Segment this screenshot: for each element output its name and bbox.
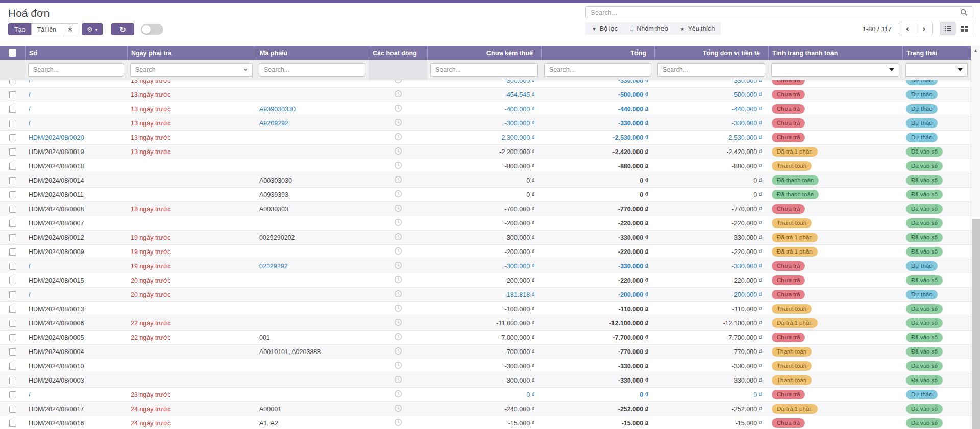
activity-clock-icon[interactable] xyxy=(394,361,402,371)
row-checkbox[interactable] xyxy=(9,120,16,127)
list-view-button[interactable] xyxy=(940,22,956,35)
table-row[interactable]: HDM/2024/08/0011 A0939393 0 ₫ 0 ₫ 0 ₫ Đã… xyxy=(0,188,971,202)
pager-next-button[interactable]: › xyxy=(916,22,932,35)
invoice-number[interactable]: / xyxy=(29,263,30,270)
column-header-number[interactable]: Số xyxy=(25,46,127,60)
column-header-activities[interactable]: Các hoạt động xyxy=(369,46,427,60)
row-checkbox[interactable] xyxy=(9,406,16,413)
create-button[interactable]: Tạo xyxy=(8,23,32,35)
table-row[interactable]: HDM/2024/08/0013 -100.000 ₫ -110.000 ₫ -… xyxy=(0,302,971,316)
row-checkbox[interactable] xyxy=(9,291,16,298)
activity-clock-icon[interactable] xyxy=(394,90,402,99)
activity-clock-icon[interactable] xyxy=(394,318,402,328)
activity-clock-icon[interactable] xyxy=(394,418,402,428)
table-row[interactable]: HDM/2024/08/0005 22 ngày trước 001 -7.00… xyxy=(0,331,971,345)
row-checkbox[interactable] xyxy=(9,220,16,227)
invoice-number[interactable]: HDM/2024/08/0014 xyxy=(29,177,84,184)
scrollbar-thumb[interactable] xyxy=(972,219,980,429)
activity-clock-icon[interactable] xyxy=(394,104,402,114)
row-checkbox[interactable] xyxy=(9,191,16,198)
table-row[interactable]: HDM/2024/08/0006 22 ngày trước -11.000.0… xyxy=(0,316,971,331)
invoice-number[interactable]: / xyxy=(29,391,30,398)
invoice-number[interactable]: HDM/2024/08/0011 xyxy=(29,191,83,198)
upload-button[interactable]: Tải lên xyxy=(31,23,63,35)
row-checkbox[interactable] xyxy=(9,363,16,370)
filters-button[interactable]: ▼ Bộ lọc xyxy=(592,25,618,32)
column-header-untaxed[interactable]: Chưa kèm thuế xyxy=(427,46,541,60)
row-checkbox[interactable] xyxy=(9,80,16,84)
row-checkbox[interactable] xyxy=(9,106,16,113)
invoice-number[interactable]: / xyxy=(29,291,30,298)
toggle-switch[interactable] xyxy=(141,24,163,35)
select-all-checkbox[interactable] xyxy=(9,49,16,57)
row-checkbox[interactable] xyxy=(9,91,16,98)
row-checkbox[interactable] xyxy=(9,234,16,241)
row-checkbox[interactable] xyxy=(9,134,16,141)
untaxed-filter-input[interactable] xyxy=(430,63,538,77)
row-checkbox[interactable] xyxy=(9,420,16,427)
activity-clock-icon[interactable] xyxy=(394,347,402,357)
table-row[interactable]: / 13 ngày trước A9209292 -300.000 ₫ -330… xyxy=(0,116,971,131)
column-header-state[interactable]: Trạng thái xyxy=(902,46,971,60)
favorites-button[interactable]: ★ Yêu thích xyxy=(680,25,715,32)
table-row[interactable]: HDM/2024/08/0018 -800.000 ₫ -880.000 ₫ -… xyxy=(0,159,971,173)
activity-clock-icon[interactable] xyxy=(394,404,402,414)
table-row[interactable]: HDM/2024/08/0010 -300.000 ₫ -330.000 ₫ -… xyxy=(0,359,971,373)
invoice-number[interactable]: / xyxy=(29,91,30,98)
row-checkbox[interactable] xyxy=(9,177,16,184)
kanban-view-button[interactable] xyxy=(956,22,972,35)
activity-clock-icon[interactable] xyxy=(394,190,402,199)
row-checkbox[interactable] xyxy=(9,377,16,384)
invoice-number[interactable]: HDM/2024/08/0010 xyxy=(29,363,84,370)
invoice-number[interactable]: HDM/2024/08/0013 xyxy=(29,306,84,313)
activity-clock-icon[interactable] xyxy=(394,275,402,285)
invoice-number[interactable]: HDM/2024/08/0004 xyxy=(29,348,84,356)
table-row[interactable]: HDM/2024/08/0004 A0010101, A0203883 -700… xyxy=(0,345,971,359)
activity-clock-icon[interactable] xyxy=(394,375,402,385)
date-filter-caret-icon[interactable] xyxy=(243,69,248,71)
invoice-number[interactable]: HDM/2024/08/0009 xyxy=(29,248,84,256)
activity-clock-icon[interactable] xyxy=(394,333,402,342)
row-checkbox[interactable] xyxy=(9,334,16,341)
activity-clock-icon[interactable] xyxy=(394,390,402,399)
invoice-number[interactable]: HDM/2024/08/0006 xyxy=(29,320,84,327)
table-row[interactable]: / 19 ngày trước 02029292 -300.000 ₫ -330… xyxy=(0,259,971,273)
activity-clock-icon[interactable] xyxy=(394,304,402,314)
invoice-number[interactable]: HDM/2024/08/0005 xyxy=(29,334,84,341)
table-row[interactable]: / 13 ngày trước -454.545 ₫ -500.000 ₫ -5… xyxy=(0,88,971,102)
table-row[interactable]: HDM/2024/08/0016 24 ngày trước A1, A2 -1… xyxy=(0,416,971,429)
row-checkbox[interactable] xyxy=(9,391,16,398)
invoice-number[interactable]: HDM/2024/08/0020 xyxy=(29,134,84,141)
row-checkbox[interactable] xyxy=(9,163,16,170)
due-date-filter-input[interactable] xyxy=(130,63,253,77)
column-header-due-date[interactable]: Ngày phải trả xyxy=(127,46,256,60)
invoice-number[interactable]: HDM/2024/08/0012 xyxy=(29,234,84,241)
invoice-number[interactable]: HDM/2024/08/0018 xyxy=(29,163,84,170)
table-row[interactable]: / 13 ngày trước -300.000 ₫ -330.000 ₫ -3… xyxy=(0,80,971,88)
activity-clock-icon[interactable] xyxy=(394,233,402,242)
row-checkbox[interactable] xyxy=(9,306,16,313)
invoice-number[interactable]: / xyxy=(29,106,30,113)
invoice-number[interactable]: HDM/2024/08/0019 xyxy=(29,148,84,156)
row-checkbox[interactable] xyxy=(9,248,16,256)
activity-clock-icon[interactable] xyxy=(394,118,402,128)
group-by-button[interactable]: ≡ Nhóm theo xyxy=(630,25,668,33)
pager-previous-button[interactable]: ‹ xyxy=(899,22,916,35)
table-row[interactable]: HDM/2024/08/0020 13 ngày trước -2.300.00… xyxy=(0,131,971,145)
invoice-number[interactable]: HDM/2024/08/0008 xyxy=(29,206,84,213)
payment-status-filter-select[interactable] xyxy=(771,63,899,77)
activity-clock-icon[interactable] xyxy=(394,261,402,271)
column-header-total-currency[interactable]: Tổng đơn vị tiền tệ xyxy=(654,46,768,60)
table-row[interactable]: / 13 ngày trước A939030330 -400.000 ₫ -4… xyxy=(0,102,971,116)
column-header-receipt-code[interactable]: Mã phiếu xyxy=(256,46,369,60)
settings-dropdown-button[interactable]: ⚙ ▾ xyxy=(82,23,103,35)
table-row[interactable]: HDM/2024/08/0017 24 ngày trước A00001 -2… xyxy=(0,402,971,416)
activity-clock-icon[interactable] xyxy=(394,80,402,85)
table-row[interactable]: / 20 ngày trước -181.818 ₫ -200.000 ₫ -2… xyxy=(0,288,971,302)
invoice-number[interactable]: HDM/2024/08/0003 xyxy=(29,377,84,384)
activity-clock-icon[interactable] xyxy=(394,133,402,142)
total-currency-filter-input[interactable] xyxy=(657,63,765,77)
column-header-total[interactable]: Tổng xyxy=(541,46,654,60)
invoice-number[interactable]: HDM/2024/08/0017 xyxy=(29,406,84,413)
invoice-number[interactable]: HDM/2024/08/0016 xyxy=(29,420,84,427)
